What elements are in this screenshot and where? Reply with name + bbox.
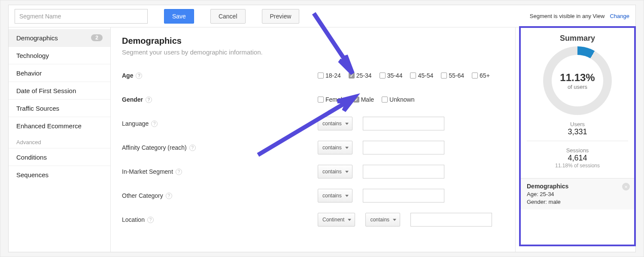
sidebar-item-label: Enhanced Ecommerce xyxy=(16,122,82,130)
visibility-label: Segment is visible in any View xyxy=(530,13,605,19)
help-icon[interactable]: ? xyxy=(147,217,154,223)
sidebar-item-label: Technology xyxy=(16,52,49,59)
age-25-34[interactable]: ✓25-34 xyxy=(349,72,372,79)
help-icon[interactable]: ? xyxy=(146,97,152,103)
chevron-down-icon xyxy=(348,219,351,221)
inmarket-value-input[interactable] xyxy=(363,165,444,178)
section-title: Demographics xyxy=(122,36,515,46)
inmarket-label: In-Market Segment ? xyxy=(122,168,208,175)
change-visibility-link[interactable]: Change xyxy=(610,13,629,19)
other-operator-dropdown[interactable]: contains xyxy=(318,189,352,203)
gender-unknown[interactable]: Unknown xyxy=(382,96,414,103)
summary-panel: Summary 11.13% of users Users 3,331 Sess… xyxy=(519,26,636,246)
age-18-24[interactable]: 18-24 xyxy=(318,72,341,79)
sidebar-item-label: Behavior xyxy=(16,70,42,77)
help-icon[interactable]: ? xyxy=(176,169,182,175)
chevron-down-icon xyxy=(345,123,349,125)
gender-male[interactable]: ✓Male xyxy=(353,96,374,103)
age-35-44[interactable]: 35-44 xyxy=(380,72,403,79)
sidebar-group-advanced: Advanced xyxy=(9,135,110,148)
summary-sessions: Sessions 4,614 11.18% of sessions xyxy=(527,147,628,169)
sidebar-item-label: Conditions xyxy=(16,154,47,161)
sidebar-item-enhanced-ecommerce[interactable]: Enhanced Ecommerce xyxy=(9,117,110,135)
sidebar-item-label: Date of First Session xyxy=(16,87,76,94)
affinity-label: Affinity Category (reach) ? xyxy=(122,144,208,151)
summary-percent-sub: of users xyxy=(568,84,587,90)
affinity-operator-dropdown[interactable]: contains xyxy=(318,141,352,154)
cancel-button[interactable]: Cancel xyxy=(210,9,246,24)
filter-gender-line: Gender: male xyxy=(527,199,628,205)
help-icon[interactable]: ? xyxy=(166,193,172,199)
help-icon[interactable]: ? xyxy=(151,121,158,127)
filter-age-line: Age: 25-34 xyxy=(527,191,628,197)
app-frame: Save Cancel Preview Segment is visible i… xyxy=(0,0,644,257)
summary-percent: 11.13% xyxy=(560,72,595,84)
sidebar-item-label: Demographics xyxy=(16,34,58,42)
age-55-64[interactable]: 55-64 xyxy=(441,72,464,79)
help-icon[interactable]: ? xyxy=(189,145,196,151)
location-label: Location ? xyxy=(122,216,208,223)
summary-donut-chart: 11.13% of users xyxy=(543,46,612,115)
toolbar: Save Cancel Preview Segment is visible i… xyxy=(9,5,635,27)
help-icon[interactable]: ? xyxy=(136,73,142,79)
sidebar: Demographics 2 Technology Behavior Date … xyxy=(9,27,111,252)
sidebar-badge: 2 xyxy=(91,34,103,41)
language-label: Language ? xyxy=(122,120,208,127)
chevron-down-icon xyxy=(345,147,349,149)
sidebar-item-behavior[interactable]: Behavior xyxy=(9,64,110,82)
row-location: Location ? Continent contains xyxy=(122,210,515,229)
row-gender: Gender ? Female ✓Male Unknown xyxy=(122,90,515,109)
summary-filter-demographics: × Demographics Age: 25-34 Gender: male xyxy=(521,178,634,209)
row-age: Age ? 18-24 ✓25-34 35-44 45-54 55-64 65+ xyxy=(122,66,515,85)
age-options: 18-24 ✓25-34 35-44 45-54 55-64 65+ xyxy=(318,72,490,79)
row-affinity: Affinity Category (reach) ? contains xyxy=(122,138,515,157)
section-subtitle: Segment your users by demographic inform… xyxy=(122,48,515,56)
other-value-input[interactable] xyxy=(363,189,444,203)
summary-users: Users 3,331 xyxy=(527,121,628,136)
chevron-down-icon xyxy=(345,171,349,173)
save-button[interactable]: Save xyxy=(164,9,194,24)
age-65-plus[interactable]: 65+ xyxy=(472,72,490,79)
age-45-54[interactable]: 45-54 xyxy=(410,72,433,79)
gender-options: Female ✓Male Unknown xyxy=(318,96,414,103)
chevron-down-icon xyxy=(345,195,349,197)
language-operator-dropdown[interactable]: contains xyxy=(318,117,352,130)
row-inmarket: In-Market Segment ? contains xyxy=(122,162,515,181)
age-label: Age ? xyxy=(122,72,208,79)
affinity-value-input[interactable] xyxy=(363,141,444,154)
main-panel: Demographics Segment your users by demog… xyxy=(111,27,515,252)
language-value-input[interactable] xyxy=(363,117,444,130)
gender-female[interactable]: Female xyxy=(318,96,346,103)
gender-label: Gender ? xyxy=(122,96,208,103)
row-other: Other Category ? contains xyxy=(122,186,515,205)
sidebar-item-demographics[interactable]: Demographics 2 xyxy=(9,29,110,47)
summary-title: Summary xyxy=(527,34,628,43)
location-value-input[interactable] xyxy=(410,213,492,227)
sidebar-item-conditions[interactable]: Conditions xyxy=(9,148,110,166)
filter-head: Demographics xyxy=(527,183,628,190)
location-type-dropdown[interactable]: Continent xyxy=(318,213,355,227)
segment-name-input[interactable] xyxy=(15,9,148,24)
location-operator-dropdown[interactable]: contains xyxy=(365,213,400,227)
sidebar-item-label: Traffic Sources xyxy=(16,105,59,112)
row-language: Language ? contains xyxy=(122,114,515,133)
other-label: Other Category ? xyxy=(122,192,208,199)
sidebar-item-first-session[interactable]: Date of First Session xyxy=(9,82,110,100)
chevron-down-icon xyxy=(393,219,396,221)
sidebar-item-traffic-sources[interactable]: Traffic Sources xyxy=(9,100,110,117)
sidebar-item-label: Sequences xyxy=(16,171,49,178)
preview-button[interactable]: Preview xyxy=(262,9,300,24)
inmarket-operator-dropdown[interactable]: contains xyxy=(318,165,352,178)
remove-filter-icon[interactable]: × xyxy=(622,183,630,190)
sidebar-item-technology[interactable]: Technology xyxy=(9,47,110,64)
sidebar-item-sequences[interactable]: Sequences xyxy=(9,166,110,184)
